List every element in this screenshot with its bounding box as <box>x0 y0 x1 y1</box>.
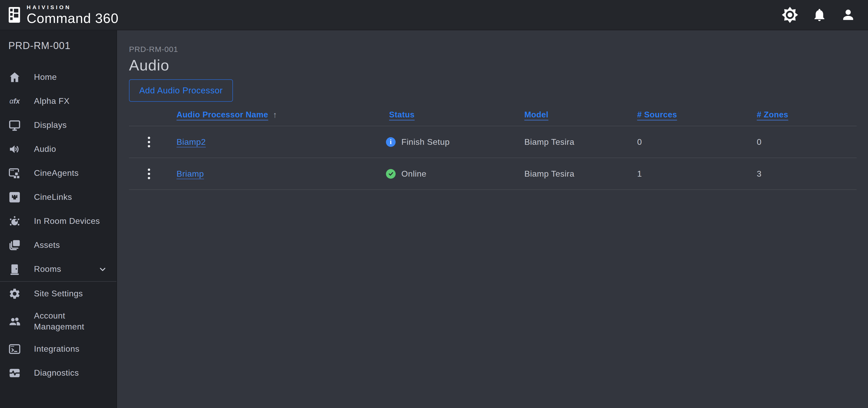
diagnostics-pulse-icon <box>8 367 22 379</box>
sidebar-item-label: Alpha FX <box>34 96 69 107</box>
brand-company: HAIVISION <box>27 4 119 11</box>
sidebar-item-home[interactable]: Home <box>0 65 117 89</box>
status-cell: Online <box>381 169 524 179</box>
processor-link[interactable]: Briamp <box>177 169 204 178</box>
brand-logo[interactable]: HAIVISION Command 360 <box>0 4 119 26</box>
settings-icon[interactable] <box>782 7 798 23</box>
account-management-icon <box>8 315 22 328</box>
cinelinks-icon <box>8 191 22 203</box>
sidebar-room-label: PRD-RM-001 <box>0 40 117 52</box>
site-settings-gear-icon <box>8 287 22 300</box>
sidebar-item-label: Integrations <box>34 344 80 354</box>
sidebar-item-label: Audio <box>34 144 56 155</box>
sidebar-item-label: Diagnostics <box>34 368 79 378</box>
sidebar-item-label: Rooms <box>34 264 61 275</box>
column-header-model[interactable]: Model <box>524 110 637 120</box>
assets-icon <box>8 239 22 251</box>
cineagents-icon <box>8 167 22 179</box>
row-actions-kebab-icon[interactable] <box>129 126 169 158</box>
model-cell: Biamp Tesira <box>524 137 637 147</box>
sidebar-item-label: Assets <box>34 240 60 251</box>
zones-cell: 0 <box>757 137 857 147</box>
integrations-terminal-icon <box>8 343 22 355</box>
brand-product: Command 360 <box>27 11 119 26</box>
sidebar-item-label: In Room Devices <box>34 216 100 227</box>
column-header-sources[interactable]: # Sources <box>637 110 757 120</box>
sidebar-item-audio[interactable]: Audio <box>0 137 117 161</box>
add-audio-processor-button[interactable]: Add Audio Processor <box>129 79 233 102</box>
status-text: Finish Setup <box>401 137 450 147</box>
sidebar-item-integrations[interactable]: Integrations <box>0 337 117 361</box>
status-cell: i Finish Setup <box>381 137 524 147</box>
sidebar-item-assets[interactable]: Assets <box>0 233 117 257</box>
rooms-icon <box>8 263 22 275</box>
haivision-filmstrip-icon <box>8 6 21 24</box>
sidebar-item-label: CineLinks <box>34 192 72 203</box>
brand-text: HAIVISION Command 360 <box>27 4 119 26</box>
topbar: HAIVISION Command 360 <box>0 0 868 30</box>
in-room-devices-icon <box>8 215 22 228</box>
sidebar-item-label: CineAgents <box>34 168 79 179</box>
sidebar-item-alpha-fx[interactable]: αfx Alpha FX <box>0 89 117 113</box>
alpha-fx-icon: αfx <box>8 97 22 105</box>
row-actions-kebab-icon[interactable] <box>129 158 169 190</box>
sidebar-nav: Home αfx Alpha FX Displays <box>0 65 117 385</box>
topbar-actions <box>782 7 868 23</box>
sidebar-item-displays[interactable]: Displays <box>0 113 117 137</box>
info-icon: i <box>386 137 396 147</box>
sidebar-item-in-room-devices[interactable]: In Room Devices <box>0 209 117 233</box>
processor-link[interactable]: Biamp2 <box>177 137 206 147</box>
processor-name-cell: Biamp2 <box>169 137 381 147</box>
sidebar-item-diagnostics[interactable]: Diagnostics <box>0 361 117 385</box>
sidebar-item-site-settings[interactable]: Site Settings <box>0 282 117 306</box>
status-text: Online <box>401 169 427 179</box>
sidebar-item-label: Site Settings <box>34 288 83 299</box>
sidebar-item-cinelinks[interactable]: CineLinks <box>0 185 117 209</box>
audio-icon <box>8 143 22 156</box>
zones-cell: 3 <box>757 169 857 179</box>
sidebar-item-account-management[interactable]: Account Management <box>0 306 117 337</box>
home-icon <box>8 71 22 83</box>
table-row: Briamp Online Biamp Tesira 1 3 <box>129 158 857 190</box>
sources-cell: 1 <box>637 169 757 179</box>
notifications-icon[interactable] <box>812 7 827 22</box>
model-cell: Biamp Tesira <box>524 169 637 179</box>
sidebar-item-rooms[interactable]: Rooms <box>0 257 117 281</box>
column-header-name[interactable]: Audio Processor Name ↑ <box>169 110 381 120</box>
check-circle-icon <box>386 169 396 179</box>
sidebar-item-label: Account Management <box>34 310 107 332</box>
page-title: Audio <box>129 56 857 75</box>
table-header-row: Audio Processor Name ↑ Status Model # So… <box>129 104 857 126</box>
displays-icon <box>8 119 22 132</box>
table-row: Biamp2 i Finish Setup Biamp Tesira 0 0 <box>129 126 857 158</box>
sort-ascending-icon[interactable]: ↑ <box>273 110 277 120</box>
sidebar-item-label: Home <box>34 72 57 83</box>
column-header-status[interactable]: Status <box>381 110 524 120</box>
sidebar-item-cineagents[interactable]: CineAgents <box>0 161 117 185</box>
account-icon[interactable] <box>841 7 856 22</box>
chevron-down-icon[interactable] <box>98 265 107 274</box>
breadcrumb[interactable]: PRD-RM-001 <box>129 44 857 54</box>
sidebar-item-label: Displays <box>34 120 67 131</box>
audio-processor-table: Audio Processor Name ↑ Status Model # So… <box>129 104 857 190</box>
main-content: PRD-RM-001 Audio Add Audio Processor Aud… <box>117 30 868 408</box>
sources-cell: 0 <box>637 137 757 147</box>
column-header-zones[interactable]: # Zones <box>757 110 857 120</box>
processor-name-cell: Briamp <box>169 169 381 179</box>
sidebar: PRD-RM-001 Home αfx Alpha FX <box>0 30 117 408</box>
